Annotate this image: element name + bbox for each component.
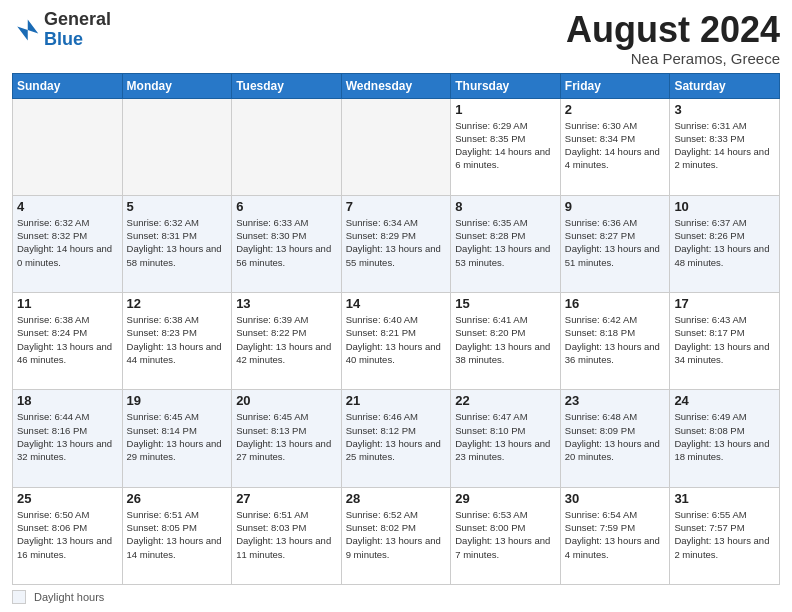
col-header-tuesday: Tuesday (232, 73, 342, 98)
day-info: Sunrise: 6:48 AM Sunset: 8:09 PM Dayligh… (565, 410, 666, 463)
day-cell: 4Sunrise: 6:32 AM Sunset: 8:32 PM Daylig… (13, 195, 123, 292)
day-number: 21 (346, 393, 447, 408)
day-number: 27 (236, 491, 337, 506)
subtitle: Nea Peramos, Greece (566, 50, 780, 67)
day-cell: 26Sunrise: 6:51 AM Sunset: 8:05 PM Dayli… (122, 487, 232, 584)
day-info: Sunrise: 6:51 AM Sunset: 8:03 PM Dayligh… (236, 508, 337, 561)
day-cell: 22Sunrise: 6:47 AM Sunset: 8:10 PM Dayli… (451, 390, 561, 487)
day-info: Sunrise: 6:45 AM Sunset: 8:13 PM Dayligh… (236, 410, 337, 463)
calendar-table: SundayMondayTuesdayWednesdayThursdayFrid… (12, 73, 780, 585)
day-cell: 16Sunrise: 6:42 AM Sunset: 8:18 PM Dayli… (560, 293, 670, 390)
day-info: Sunrise: 6:43 AM Sunset: 8:17 PM Dayligh… (674, 313, 775, 366)
week-row-3: 11Sunrise: 6:38 AM Sunset: 8:24 PM Dayli… (13, 293, 780, 390)
day-info: Sunrise: 6:32 AM Sunset: 8:32 PM Dayligh… (17, 216, 118, 269)
day-number: 4 (17, 199, 118, 214)
day-number: 23 (565, 393, 666, 408)
day-info: Sunrise: 6:55 AM Sunset: 7:57 PM Dayligh… (674, 508, 775, 561)
day-cell: 29Sunrise: 6:53 AM Sunset: 8:00 PM Dayli… (451, 487, 561, 584)
day-number: 28 (346, 491, 447, 506)
day-info: Sunrise: 6:41 AM Sunset: 8:20 PM Dayligh… (455, 313, 556, 366)
day-number: 3 (674, 102, 775, 117)
day-cell: 13Sunrise: 6:39 AM Sunset: 8:22 PM Dayli… (232, 293, 342, 390)
day-cell (232, 98, 342, 195)
col-header-wednesday: Wednesday (341, 73, 451, 98)
day-info: Sunrise: 6:50 AM Sunset: 8:06 PM Dayligh… (17, 508, 118, 561)
day-number: 18 (17, 393, 118, 408)
day-cell: 23Sunrise: 6:48 AM Sunset: 8:09 PM Dayli… (560, 390, 670, 487)
day-cell: 9Sunrise: 6:36 AM Sunset: 8:27 PM Daylig… (560, 195, 670, 292)
day-cell: 2Sunrise: 6:30 AM Sunset: 8:34 PM Daylig… (560, 98, 670, 195)
day-info: Sunrise: 6:31 AM Sunset: 8:33 PM Dayligh… (674, 119, 775, 172)
day-number: 29 (455, 491, 556, 506)
day-number: 30 (565, 491, 666, 506)
logo-general-text: General (44, 9, 111, 29)
day-cell: 15Sunrise: 6:41 AM Sunset: 8:20 PM Dayli… (451, 293, 561, 390)
col-header-monday: Monday (122, 73, 232, 98)
day-number: 9 (565, 199, 666, 214)
day-number: 20 (236, 393, 337, 408)
svg-marker-0 (17, 19, 38, 40)
day-info: Sunrise: 6:44 AM Sunset: 8:16 PM Dayligh… (17, 410, 118, 463)
day-cell (122, 98, 232, 195)
day-cell: 14Sunrise: 6:40 AM Sunset: 8:21 PM Dayli… (341, 293, 451, 390)
day-cell: 7Sunrise: 6:34 AM Sunset: 8:29 PM Daylig… (341, 195, 451, 292)
day-cell (13, 98, 123, 195)
day-info: Sunrise: 6:38 AM Sunset: 8:24 PM Dayligh… (17, 313, 118, 366)
day-number: 17 (674, 296, 775, 311)
day-info: Sunrise: 6:32 AM Sunset: 8:31 PM Dayligh… (127, 216, 228, 269)
day-cell: 19Sunrise: 6:45 AM Sunset: 8:14 PM Dayli… (122, 390, 232, 487)
title-block: August 2024 Nea Peramos, Greece (566, 10, 780, 67)
day-cell: 27Sunrise: 6:51 AM Sunset: 8:03 PM Dayli… (232, 487, 342, 584)
day-number: 22 (455, 393, 556, 408)
day-info: Sunrise: 6:35 AM Sunset: 8:28 PM Dayligh… (455, 216, 556, 269)
day-cell: 18Sunrise: 6:44 AM Sunset: 8:16 PM Dayli… (13, 390, 123, 487)
header: General Blue August 2024 Nea Peramos, Gr… (12, 10, 780, 67)
day-cell: 3Sunrise: 6:31 AM Sunset: 8:33 PM Daylig… (670, 98, 780, 195)
day-cell: 21Sunrise: 6:46 AM Sunset: 8:12 PM Dayli… (341, 390, 451, 487)
day-cell: 25Sunrise: 6:50 AM Sunset: 8:06 PM Dayli… (13, 487, 123, 584)
day-cell: 1Sunrise: 6:29 AM Sunset: 8:35 PM Daylig… (451, 98, 561, 195)
day-number: 2 (565, 102, 666, 117)
day-number: 26 (127, 491, 228, 506)
day-number: 15 (455, 296, 556, 311)
day-number: 11 (17, 296, 118, 311)
day-number: 10 (674, 199, 775, 214)
day-cell: 20Sunrise: 6:45 AM Sunset: 8:13 PM Dayli… (232, 390, 342, 487)
day-number: 7 (346, 199, 447, 214)
day-cell: 31Sunrise: 6:55 AM Sunset: 7:57 PM Dayli… (670, 487, 780, 584)
day-info: Sunrise: 6:54 AM Sunset: 7:59 PM Dayligh… (565, 508, 666, 561)
day-number: 8 (455, 199, 556, 214)
day-number: 24 (674, 393, 775, 408)
day-info: Sunrise: 6:40 AM Sunset: 8:21 PM Dayligh… (346, 313, 447, 366)
calendar-header-row: SundayMondayTuesdayWednesdayThursdayFrid… (13, 73, 780, 98)
col-header-friday: Friday (560, 73, 670, 98)
main-title: August 2024 (566, 10, 780, 50)
day-number: 12 (127, 296, 228, 311)
week-row-1: 1Sunrise: 6:29 AM Sunset: 8:35 PM Daylig… (13, 98, 780, 195)
day-info: Sunrise: 6:49 AM Sunset: 8:08 PM Dayligh… (674, 410, 775, 463)
day-info: Sunrise: 6:38 AM Sunset: 8:23 PM Dayligh… (127, 313, 228, 366)
day-info: Sunrise: 6:36 AM Sunset: 8:27 PM Dayligh… (565, 216, 666, 269)
day-info: Sunrise: 6:37 AM Sunset: 8:26 PM Dayligh… (674, 216, 775, 269)
day-info: Sunrise: 6:30 AM Sunset: 8:34 PM Dayligh… (565, 119, 666, 172)
day-cell: 12Sunrise: 6:38 AM Sunset: 8:23 PM Dayli… (122, 293, 232, 390)
day-number: 31 (674, 491, 775, 506)
logo-icon (12, 16, 40, 44)
logo-text: General Blue (44, 10, 111, 50)
day-info: Sunrise: 6:51 AM Sunset: 8:05 PM Dayligh… (127, 508, 228, 561)
logo-blue-text: Blue (44, 29, 83, 49)
day-info: Sunrise: 6:45 AM Sunset: 8:14 PM Dayligh… (127, 410, 228, 463)
col-header-saturday: Saturday (670, 73, 780, 98)
day-cell: 10Sunrise: 6:37 AM Sunset: 8:26 PM Dayli… (670, 195, 780, 292)
day-info: Sunrise: 6:42 AM Sunset: 8:18 PM Dayligh… (565, 313, 666, 366)
day-cell: 17Sunrise: 6:43 AM Sunset: 8:17 PM Dayli… (670, 293, 780, 390)
legend: Daylight hours (12, 590, 780, 604)
day-number: 16 (565, 296, 666, 311)
week-row-2: 4Sunrise: 6:32 AM Sunset: 8:32 PM Daylig… (13, 195, 780, 292)
col-header-sunday: Sunday (13, 73, 123, 98)
day-number: 19 (127, 393, 228, 408)
day-cell: 30Sunrise: 6:54 AM Sunset: 7:59 PM Dayli… (560, 487, 670, 584)
logo: General Blue (12, 10, 111, 50)
day-cell: 8Sunrise: 6:35 AM Sunset: 8:28 PM Daylig… (451, 195, 561, 292)
day-info: Sunrise: 6:46 AM Sunset: 8:12 PM Dayligh… (346, 410, 447, 463)
